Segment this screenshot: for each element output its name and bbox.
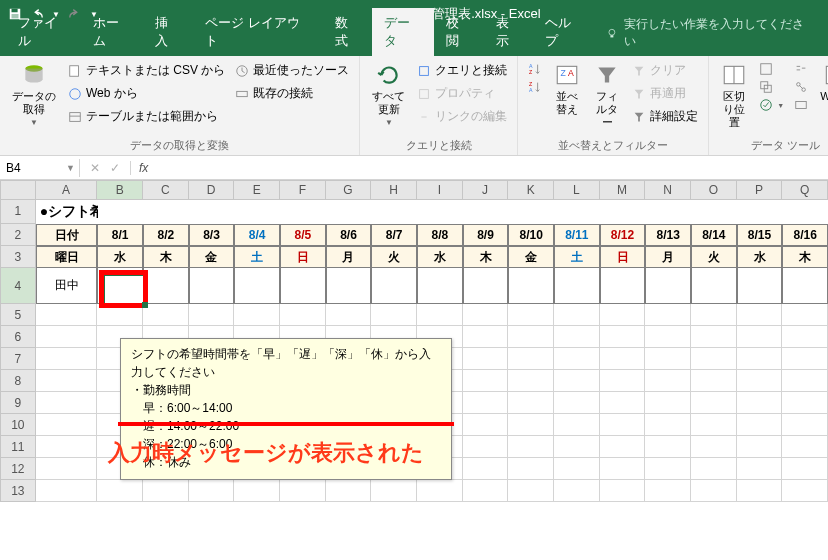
cell[interactable]	[280, 480, 326, 502]
tab-data[interactable]: データ	[372, 8, 434, 56]
tab-formulas[interactable]: 数式	[323, 8, 373, 56]
cell[interactable]: 8/7	[371, 224, 417, 246]
cell[interactable]	[97, 268, 143, 304]
recent-sources-button[interactable]: 最近使ったソース	[235, 60, 349, 81]
tab-file[interactable]: ファイル	[6, 8, 81, 56]
tab-page-layout[interactable]: ページ レイアウト	[193, 8, 323, 56]
cell[interactable]	[554, 458, 600, 480]
clear-filter-button[interactable]: クリア	[632, 60, 698, 81]
cell[interactable]	[508, 268, 554, 304]
sort-descending-button[interactable]: ZA	[528, 78, 542, 96]
col-header[interactable]: A	[36, 180, 98, 200]
cell[interactable]	[645, 200, 691, 224]
cell[interactable]: 金	[508, 246, 554, 268]
cell[interactable]	[737, 414, 783, 436]
cell[interactable]: 8/8	[417, 224, 463, 246]
col-header[interactable]: O	[691, 180, 737, 200]
cell[interactable]	[600, 326, 646, 348]
cell[interactable]	[280, 304, 326, 326]
cell[interactable]	[691, 304, 737, 326]
name-box[interactable]: B4▼	[0, 159, 80, 177]
col-header[interactable]: F	[280, 180, 326, 200]
col-header[interactable]: L	[554, 180, 600, 200]
cell[interactable]: 8/9	[463, 224, 509, 246]
chevron-down-icon[interactable]: ▼	[66, 163, 75, 173]
cell[interactable]: 8/14	[691, 224, 737, 246]
cell[interactable]	[97, 304, 143, 326]
cell[interactable]	[189, 268, 235, 304]
cell[interactable]	[463, 348, 509, 370]
cell[interactable]	[782, 326, 828, 348]
cell[interactable]	[737, 304, 783, 326]
cell[interactable]	[737, 480, 783, 502]
col-header[interactable]: J	[463, 180, 509, 200]
cell[interactable]: 日	[280, 246, 326, 268]
cell[interactable]	[463, 392, 509, 414]
cell[interactable]	[691, 348, 737, 370]
properties-button[interactable]: プロパティ	[417, 83, 507, 104]
col-header[interactable]: B	[97, 180, 143, 200]
cell[interactable]	[508, 458, 554, 480]
cell[interactable]	[326, 200, 372, 224]
cell[interactable]: 8/12	[600, 224, 646, 246]
cell[interactable]	[554, 326, 600, 348]
cell[interactable]: 8/15	[737, 224, 783, 246]
cell[interactable]	[782, 436, 828, 458]
cell[interactable]	[98, 200, 144, 224]
cell[interactable]	[554, 268, 600, 304]
cell[interactable]	[691, 414, 737, 436]
tab-home[interactable]: ホーム	[81, 8, 143, 56]
cell[interactable]: 土	[234, 246, 280, 268]
cell[interactable]	[737, 326, 783, 348]
cell[interactable]	[645, 268, 691, 304]
cell[interactable]	[234, 268, 280, 304]
cell[interactable]: 8/4	[234, 224, 280, 246]
col-header[interactable]: Q	[782, 180, 828, 200]
cell[interactable]	[463, 200, 509, 224]
cell[interactable]	[417, 200, 463, 224]
fx-label[interactable]: fx	[131, 161, 156, 175]
queries-connections-button[interactable]: クエリと接続	[417, 60, 507, 81]
data-validation-button[interactable]: ▼	[759, 96, 784, 114]
flash-fill-button[interactable]	[759, 60, 784, 78]
cell[interactable]: 田中	[36, 268, 98, 304]
tab-insert[interactable]: 挿入	[143, 8, 193, 56]
cell[interactable]: 月	[645, 246, 691, 268]
cell[interactable]	[600, 458, 646, 480]
cancel-icon[interactable]: ✕	[90, 161, 100, 175]
row-header[interactable]: 10	[0, 414, 36, 436]
cell[interactable]	[143, 304, 189, 326]
cell[interactable]: 8/6	[326, 224, 372, 246]
cell[interactable]	[600, 392, 646, 414]
cell[interactable]	[189, 480, 235, 502]
cell[interactable]: 8/16	[782, 224, 828, 246]
col-header[interactable]: D	[189, 180, 235, 200]
cell[interactable]	[508, 370, 554, 392]
cell[interactable]: 水	[97, 246, 143, 268]
cell[interactable]	[737, 268, 783, 304]
row-header[interactable]: 2	[0, 224, 36, 246]
cell[interactable]	[189, 200, 235, 224]
what-if-button[interactable]: ? What-I	[818, 60, 828, 118]
row-header[interactable]: 5	[0, 304, 36, 326]
cell[interactable]: 8/10	[508, 224, 554, 246]
tab-review[interactable]: 校閲	[434, 8, 484, 56]
cell[interactable]	[737, 200, 783, 224]
from-csv-button[interactable]: テキストまたは CSV から	[68, 60, 225, 81]
cell[interactable]	[36, 458, 98, 480]
cell[interactable]: 8/11	[554, 224, 600, 246]
cell[interactable]	[372, 200, 418, 224]
tab-help[interactable]: ヘルプ	[533, 8, 595, 56]
cell[interactable]	[463, 480, 509, 502]
cell[interactable]	[36, 304, 98, 326]
cell[interactable]	[554, 304, 600, 326]
row-header[interactable]: 8	[0, 370, 36, 392]
cell[interactable]	[691, 480, 737, 502]
cell[interactable]	[463, 414, 509, 436]
cell[interactable]	[554, 414, 600, 436]
advanced-filter-button[interactable]: 詳細設定	[632, 106, 698, 127]
get-data-button[interactable]: データの 取得 ▼	[10, 60, 58, 130]
cell[interactable]	[371, 268, 417, 304]
row-header[interactable]: 9	[0, 392, 36, 414]
cell[interactable]	[36, 370, 98, 392]
